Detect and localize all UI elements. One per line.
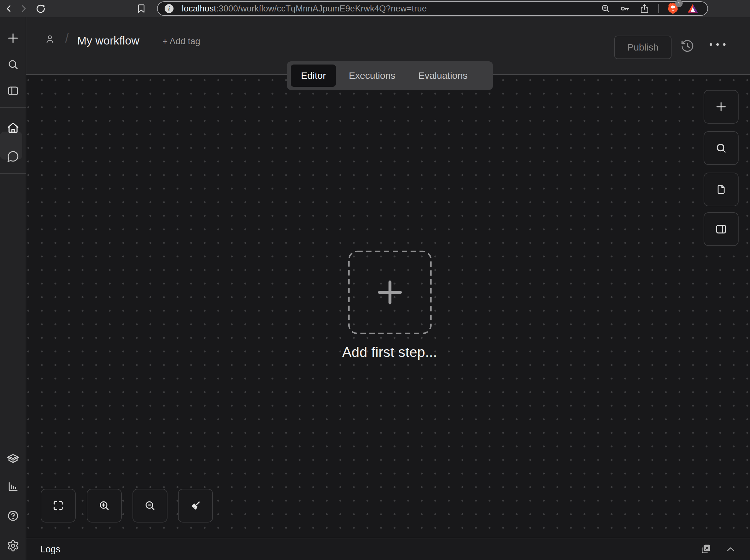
sidebar-item-chat[interactable] xyxy=(4,147,22,165)
toolbar-separator xyxy=(658,4,659,13)
key-icon[interactable] xyxy=(620,3,631,14)
plus-icon xyxy=(378,280,402,305)
app-sidebar xyxy=(0,17,26,560)
sidebar-item-home[interactable] xyxy=(4,119,22,137)
tab-evaluations[interactable]: Evaluations xyxy=(408,64,478,87)
add-tag-button[interactable]: + Add tag xyxy=(162,36,200,46)
logs-actions xyxy=(700,543,736,555)
tab-editor[interactable]: Editor xyxy=(291,64,336,87)
panel-left-icon xyxy=(7,84,19,97)
sidebar-item-templates[interactable] xyxy=(4,449,22,467)
sidebar-divider xyxy=(0,107,26,108)
address-bar-actions: 1 xyxy=(600,2,698,15)
breadcrumb-separator: / xyxy=(65,31,69,45)
page-title[interactable]: My workflow xyxy=(77,34,140,47)
canvas-search-button[interactable] xyxy=(704,131,738,165)
logs-expand-button[interactable] xyxy=(725,544,736,555)
browser-toolbar: i localhost:3000/workflow/ccTqMnnAJpumE9… xyxy=(0,0,750,17)
share-icon[interactable] xyxy=(639,3,650,14)
sidebar-item-insights[interactable] xyxy=(4,477,22,496)
logs-panel-header[interactable]: Logs xyxy=(26,538,750,560)
forward-icon xyxy=(18,3,28,14)
history-icon xyxy=(680,39,695,54)
history-button[interactable] xyxy=(680,39,695,54)
sidebar-item-panel[interactable] xyxy=(4,82,22,100)
search-icon xyxy=(715,142,727,155)
chevron-up-icon xyxy=(725,544,736,555)
zoom-out-icon xyxy=(144,499,156,512)
browser-back-button[interactable] xyxy=(4,3,14,14)
home-icon xyxy=(6,121,20,135)
browser-reload-button[interactable] xyxy=(35,3,46,14)
zoom-in-button[interactable] xyxy=(87,489,122,522)
workflow-canvas[interactable]: Add first step... xyxy=(26,76,750,560)
zoom-out-button[interactable] xyxy=(133,489,167,522)
shield-badge: 1 xyxy=(675,0,683,7)
bat-logo-icon[interactable] xyxy=(687,3,698,14)
gear-icon xyxy=(7,539,19,552)
package-icon xyxy=(6,452,20,465)
tidy-up-button[interactable] xyxy=(178,489,213,522)
sidebar-item-search[interactable] xyxy=(4,55,22,74)
canvas-add-node-button[interactable] xyxy=(704,90,738,124)
sidebar-item-create[interactable] xyxy=(4,29,22,47)
bookmark-icon xyxy=(136,3,146,14)
url-path: :3000/workflow/ccTqMnnAJpumE9eKrwk4Q?new… xyxy=(216,4,427,13)
tidy-up-icon xyxy=(189,499,202,512)
more-options-button[interactable] xyxy=(710,43,726,46)
chat-bubble-icon xyxy=(7,150,19,163)
sidebar-item-help[interactable] xyxy=(4,506,22,525)
user-icon[interactable] xyxy=(44,34,55,44)
panel-right-icon xyxy=(715,223,727,236)
plus-icon xyxy=(6,31,20,45)
logs-popout-button[interactable] xyxy=(700,543,712,555)
n8n-workflow-app: i localhost:3000/workflow/ccTqMnnAJpumE9… xyxy=(0,0,750,560)
logs-title: Logs xyxy=(40,544,60,555)
address-bar[interactable]: i localhost:3000/workflow/ccTqMnnAJpumE9… xyxy=(157,1,708,16)
browser-forward-button[interactable] xyxy=(18,3,28,14)
add-first-step-button[interactable] xyxy=(348,251,432,334)
reload-icon xyxy=(35,3,46,14)
url-host: localhost xyxy=(182,4,216,13)
sidebar-item-settings[interactable] xyxy=(4,537,22,555)
tab-executions[interactable]: Executions xyxy=(339,64,406,87)
search-icon xyxy=(7,58,19,71)
plus-icon xyxy=(714,100,728,114)
ellipsis-icon xyxy=(710,43,712,46)
file-icon xyxy=(715,183,727,196)
add-first-step-label: Add first step... xyxy=(326,344,453,360)
brave-shield-button[interactable]: 1 xyxy=(667,2,679,15)
info-icon[interactable]: i xyxy=(165,4,174,13)
publish-button[interactable]: Publish xyxy=(614,36,671,59)
canvas-panel-button[interactable] xyxy=(704,212,738,246)
fit-view-button[interactable] xyxy=(41,489,76,522)
help-circle-icon xyxy=(7,509,19,522)
bookmark-button[interactable] xyxy=(136,3,146,14)
bar-chart-icon xyxy=(7,480,19,493)
back-icon xyxy=(4,3,14,14)
zoom-in-icon xyxy=(98,499,110,512)
url-text: localhost:3000/workflow/ccTqMnnAJpumE9eK… xyxy=(182,4,427,14)
view-tabs: Editor Executions Evaluations xyxy=(287,61,493,90)
canvas-note-button[interactable] xyxy=(704,173,738,206)
sidebar-divider xyxy=(0,173,26,174)
fit-view-icon xyxy=(52,500,64,512)
pop-out-icon xyxy=(700,543,712,555)
zoom-in-icon[interactable] xyxy=(600,3,611,14)
